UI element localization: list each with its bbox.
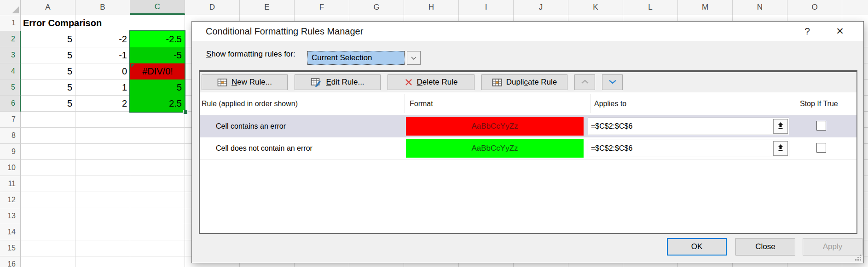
applies-to-value: =$C$2:$C$6 (591, 118, 632, 134)
edit-rule-label: Edit Rule... (326, 78, 364, 87)
cell-A1[interactable]: Error Comparison (23, 15, 102, 31)
cell-A2[interactable]: 5 (21, 31, 75, 47)
cell-C3[interactable]: -5 (130, 47, 185, 63)
rule-name: Cell contains an error (216, 115, 286, 137)
apply-button[interactable]: Apply (803, 238, 862, 256)
table-edit-icon (311, 78, 322, 87)
row-header-10[interactable]: 10 (0, 160, 21, 176)
rule-row-no-error[interactable]: Cell does not contain an error AaBbCcYyZ… (200, 137, 856, 160)
delete-rule-button[interactable]: Delete Rule (388, 74, 475, 90)
table-duplicate-icon (492, 78, 502, 87)
col-rule-header: Rule (applied in order shown) (202, 92, 298, 115)
cf-rules-manager-dialog: Conditional Formatting Rules Manager ? ✕… (191, 21, 864, 263)
row-header-6[interactable]: 6 (0, 96, 21, 112)
duplicate-rule-button[interactable]: Duplicate Rule (481, 74, 567, 90)
row-header-15[interactable]: 15 (0, 240, 21, 256)
format-preview: AaBbCcYyZz (406, 117, 584, 136)
col-header-B[interactable]: B (75, 0, 130, 15)
applies-to-value: =$C$2:$C$6 (591, 140, 632, 156)
edit-rule-button[interactable]: Edit Rule... (295, 74, 381, 90)
col-header-C[interactable]: C (130, 0, 185, 15)
cell-A4[interactable]: 5 (21, 63, 75, 80)
col-stop-if-true-header: Stop If True (800, 92, 838, 115)
cell-A5[interactable]: 5 (21, 80, 75, 96)
row-header-8[interactable]: 8 (0, 128, 21, 144)
rules-list-header: Rule (applied in order shown) Format App… (200, 92, 856, 115)
col-header-O[interactable]: O (787, 0, 842, 15)
delete-rule-label: Delete Rule (417, 78, 458, 87)
table-new-icon (217, 78, 227, 87)
collapse-dialog-button[interactable] (773, 141, 788, 156)
row-header-1[interactable]: 1 (0, 15, 21, 31)
select-all-triangle-icon (12, 6, 19, 13)
applies-to-input[interactable]: =$C$2:$C$6 (588, 140, 789, 157)
range-picker-arrow-icon (777, 122, 784, 131)
cell-B4[interactable]: 0 (75, 63, 130, 80)
move-rule-down-button[interactable] (602, 74, 623, 90)
cell-C6[interactable]: 2.5 (130, 96, 185, 112)
rule-name: Cell does not contain an error (216, 137, 312, 159)
cell-C2[interactable]: -2.5 (130, 31, 185, 47)
cell-A3[interactable]: 5 (21, 47, 75, 63)
resize-grip[interactable] (860, 259, 861, 261)
collapse-dialog-button[interactable] (773, 119, 788, 134)
col-header-H[interactable]: H (404, 0, 459, 15)
col-header-G[interactable]: G (349, 0, 404, 15)
cell-C5[interactable]: 5 (130, 80, 185, 96)
col-header-A[interactable]: A (21, 0, 75, 15)
col-header-M[interactable]: M (678, 0, 733, 15)
row-header-9[interactable]: 9 (0, 144, 21, 160)
row-header-16[interactable]: 16 (0, 256, 21, 267)
ok-button[interactable]: OK (667, 238, 727, 256)
rule-row-error[interactable]: Cell contains an error AaBbCcYyZz =$C$2:… (200, 115, 856, 137)
row-header-12[interactable]: 12 (0, 192, 21, 208)
new-rule-button[interactable]: New Rule... (202, 74, 288, 90)
col-header-N[interactable]: N (733, 0, 787, 15)
select-all-corner[interactable] (0, 0, 21, 15)
chevron-up-icon (580, 78, 590, 86)
header-separator (795, 94, 795, 113)
rules-toolbar: New Rule... Edit Rule... Delete Rule (200, 72, 856, 92)
delete-x-icon (405, 78, 413, 86)
help-button[interactable]: ? (797, 22, 817, 41)
close-button[interactable]: Close (735, 238, 795, 256)
cell-B3[interactable]: -1 (75, 47, 130, 63)
row-header-11[interactable]: 11 (0, 176, 21, 192)
row-header-2[interactable]: 2 (0, 31, 21, 47)
scope-dropdown[interactable]: Current Selection (307, 51, 421, 65)
cell-C4[interactable]: #DIV/0! (130, 63, 185, 80)
cell-B5[interactable]: 1 (75, 80, 130, 96)
chevron-down-icon (411, 54, 417, 62)
dialog-title: Conditional Formatting Rules Manager (206, 22, 363, 41)
col-header-K[interactable]: K (568, 0, 623, 15)
col-applies-to-header: Applies to (594, 92, 626, 115)
cell-A6[interactable]: 5 (21, 96, 75, 112)
header-separator (590, 94, 590, 113)
col-header-L[interactable]: L (623, 0, 678, 15)
col-header-I[interactable]: I (459, 0, 514, 15)
col-header-F[interactable]: F (295, 0, 349, 15)
row-header-7[interactable]: 7 (0, 112, 21, 128)
fill-handle[interactable] (183, 110, 188, 114)
row-header-5[interactable]: 5 (0, 80, 21, 96)
row-header-4[interactable]: 4 (0, 63, 21, 80)
applies-to-input[interactable]: =$C$2:$C$6 (588, 118, 789, 135)
stop-if-true-checkbox[interactable] (816, 143, 826, 153)
new-rule-label: New Rule... (231, 78, 272, 87)
error-flag-icon (131, 64, 135, 68)
duplicate-rule-label: Duplicate Rule (506, 78, 557, 87)
col-header-J[interactable]: J (514, 0, 568, 15)
stop-if-true-checkbox[interactable] (816, 121, 826, 131)
cell-B2[interactable]: -2 (75, 31, 130, 47)
cell-B6[interactable]: 2 (75, 96, 130, 112)
move-rule-up-button[interactable] (574, 74, 595, 90)
col-header-D[interactable]: D (185, 0, 240, 15)
row-header-13[interactable]: 13 (0, 208, 21, 224)
col-header-E[interactable]: E (240, 0, 295, 15)
header-separator (405, 94, 405, 113)
row-header-3[interactable]: 3 (0, 47, 21, 63)
scope-dropdown-value[interactable]: Current Selection (307, 51, 405, 65)
row-header-14[interactable]: 14 (0, 224, 21, 240)
dropdown-arrow-button[interactable] (407, 51, 421, 65)
close-icon[interactable]: ✕ (829, 22, 851, 41)
